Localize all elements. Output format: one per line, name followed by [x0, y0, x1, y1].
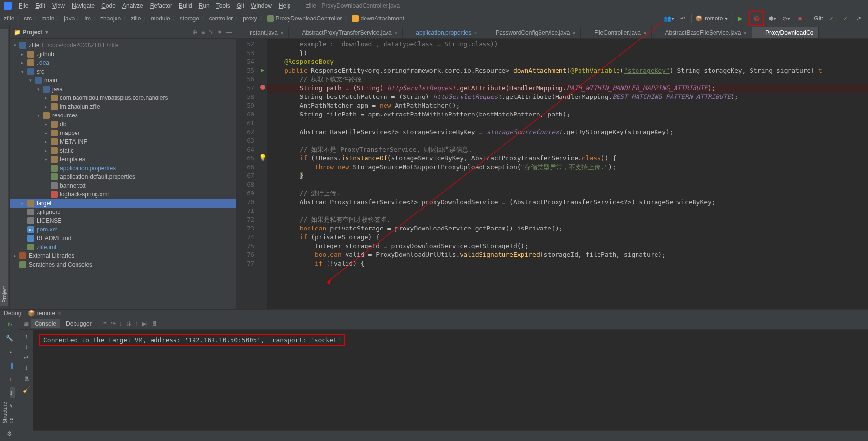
- tree-node[interactable]: zfile.iml: [10, 243, 236, 251]
- menu-view[interactable]: View: [49, 1, 68, 10]
- console-output[interactable]: Connected to the target VM, address: '19…: [33, 330, 868, 441]
- menu-refactor[interactable]: Refactor: [147, 1, 175, 10]
- crumb-module[interactable]: module: [151, 15, 170, 22]
- profile-icon[interactable]: ⊙▾: [781, 13, 791, 24]
- tree-node[interactable]: ▾zfileE:\code\code2023\ZFILE\zfile: [10, 41, 236, 50]
- code-lines[interactable]: example : download , dataTypeClass = Str…: [267, 39, 868, 309]
- debugger-tab[interactable]: Debugger: [62, 319, 96, 328]
- code-editor[interactable]: 5253545556575859606162636465666768697071…: [236, 39, 868, 309]
- tree-node[interactable]: ▾resources: [10, 111, 236, 120]
- tree-node[interactable]: ▸templates: [10, 155, 236, 164]
- crumb-downAttachment[interactable]: downAttachment: [361, 15, 404, 22]
- stop-icon[interactable]: ■: [794, 13, 805, 24]
- crumb-zfile[interactable]: zfile: [4, 15, 14, 22]
- tree-node[interactable]: ▸External Libraries: [10, 251, 236, 260]
- menu-run[interactable]: Run: [195, 1, 213, 10]
- stepover-icon[interactable]: ↷: [111, 320, 116, 327]
- tree-node[interactable]: banner.txt: [10, 181, 236, 190]
- clear-icon[interactable]: 🧹: [23, 386, 30, 393]
- editor-tab[interactable]: PasswordConfigService.java×: [482, 27, 581, 38]
- wrap-icon[interactable]: ↵: [24, 354, 29, 361]
- up-icon[interactable]: ↑: [25, 333, 28, 340]
- crumb-storage[interactable]: storage: [180, 15, 199, 22]
- down-icon[interactable]: ↓: [25, 344, 28, 350]
- coverage-icon[interactable]: ⬢▾: [767, 13, 778, 24]
- runcursor-icon[interactable]: ▶|: [142, 320, 148, 327]
- debug-icon[interactable]: 🐞: [751, 13, 762, 24]
- users-icon[interactable]: 👥▾: [664, 13, 675, 24]
- tree-node[interactable]: .gitignore: [10, 208, 236, 216]
- tree-node[interactable]: ▸target: [10, 199, 236, 208]
- settings-icon[interactable]: ✶: [217, 29, 222, 36]
- tree-node[interactable]: ▾src: [10, 67, 236, 76]
- menu-help[interactable]: Help: [275, 1, 294, 10]
- project-toolwindow-tab[interactable]: Project: [0, 29, 8, 306]
- forcestep-icon[interactable]: ⇊: [126, 320, 131, 327]
- expand-icon[interactable]: ≡: [201, 29, 205, 36]
- editor-tab[interactable]: FileController.java×: [581, 27, 652, 38]
- tree-node[interactable]: ▸META-INF: [10, 137, 236, 146]
- tree-node[interactable]: ▸mapper: [10, 129, 236, 137]
- project-tree[interactable]: ▾zfileE:\code\code2023\ZFILE\zfile▸.gith…: [10, 39, 236, 309]
- run-icon[interactable]: ▶: [735, 13, 746, 24]
- menu-code[interactable]: Code: [98, 1, 119, 10]
- tree-node[interactable]: README.md: [10, 234, 236, 243]
- tree-node[interactable]: application.properties: [10, 164, 236, 173]
- crumb-java[interactable]: java: [64, 15, 75, 22]
- menu-build[interactable]: Build: [175, 1, 195, 10]
- tree-node[interactable]: mpom.xml: [10, 225, 236, 234]
- locate-icon[interactable]: ⊕: [193, 29, 197, 36]
- menu-file[interactable]: File: [16, 1, 32, 10]
- crumb-src[interactable]: src: [24, 15, 32, 22]
- tree-node[interactable]: ▸.github: [10, 50, 236, 58]
- tree-node[interactable]: ▸.idea: [10, 58, 236, 67]
- tree-node[interactable]: application-default.properties: [10, 173, 236, 181]
- crumb-im[interactable]: im: [84, 15, 91, 22]
- editor-tab[interactable]: AbstractBaseFileService.java×: [652, 27, 752, 38]
- menu-analyze[interactable]: Analyze: [119, 1, 147, 10]
- chevron-down-icon[interactable]: ▾: [45, 29, 48, 36]
- git-push-icon[interactable]: ✓: [840, 13, 850, 24]
- editor-tab[interactable]: nstant.java×: [236, 27, 289, 38]
- menu-navigate[interactable]: Navigate: [68, 1, 98, 10]
- git-pull-icon[interactable]: ↗: [853, 13, 864, 24]
- run-config-selector[interactable]: 📦 remote ▾: [691, 14, 732, 23]
- stepinto-icon[interactable]: ↓: [119, 320, 122, 327]
- tree-node[interactable]: logback-spring.xml: [10, 190, 236, 199]
- evaluate-icon[interactable]: 🖩: [152, 320, 157, 327]
- git-commit-icon[interactable]: ✓: [826, 13, 837, 24]
- threads-icon[interactable]: ▦: [23, 320, 29, 327]
- menu-tools[interactable]: Tools: [213, 1, 233, 10]
- console-tab[interactable]: Console: [31, 319, 60, 328]
- tree-node[interactable]: Scratches and Consoles: [10, 260, 236, 269]
- tree-node[interactable]: ▸db: [10, 120, 236, 129]
- crumb-proxy[interactable]: proxy: [243, 15, 257, 22]
- tree-node[interactable]: ▸com.baomidou.mybatisplus.core.handlers: [10, 94, 236, 102]
- gutter-marks[interactable]: ▶💡: [258, 39, 267, 309]
- crumb-main[interactable]: main: [41, 15, 54, 22]
- editor-tab[interactable]: AbstractProxyTransferService.java×: [289, 27, 403, 38]
- stepout-icon[interactable]: ↑: [135, 320, 138, 327]
- crumb-zhaojun[interactable]: zhaojun: [100, 15, 121, 22]
- collapse-icon[interactable]: ⇲: [209, 29, 213, 36]
- hide-icon[interactable]: —: [226, 29, 232, 36]
- print-icon[interactable]: 🖶: [23, 376, 29, 383]
- back-icon[interactable]: ↶: [677, 13, 688, 24]
- tree-node[interactable]: LICENSE: [10, 216, 236, 225]
- menu-edit[interactable]: Edit: [32, 1, 49, 10]
- scroll-icon[interactable]: ⤓: [24, 365, 29, 372]
- structure-toolwindow-tab[interactable]: Structure: [1, 346, 9, 426]
- rerun-icon[interactable]: ↻: [4, 319, 15, 330]
- debug-config[interactable]: 📦 remote×: [28, 310, 61, 317]
- tree-node[interactable]: ▾main: [10, 76, 236, 85]
- tree-node[interactable]: ▸static: [10, 146, 236, 155]
- editor-tab[interactable]: application.properties×: [403, 27, 482, 38]
- debug-button-highlighted[interactable]: 🐞: [749, 11, 764, 26]
- tree-node[interactable]: ▸im.zhaojun.zfile: [10, 102, 236, 111]
- crumb-ProxyDownloadController[interactable]: ProxyDownloadController: [276, 15, 342, 22]
- modify-icon[interactable]: 🔧: [4, 333, 15, 344]
- menu-window[interactable]: Window: [248, 1, 275, 10]
- crumb-zfile[interactable]: zfile: [131, 15, 141, 22]
- menu-git[interactable]: Git: [233, 1, 248, 10]
- toggle-icon[interactable]: ≡: [103, 320, 107, 327]
